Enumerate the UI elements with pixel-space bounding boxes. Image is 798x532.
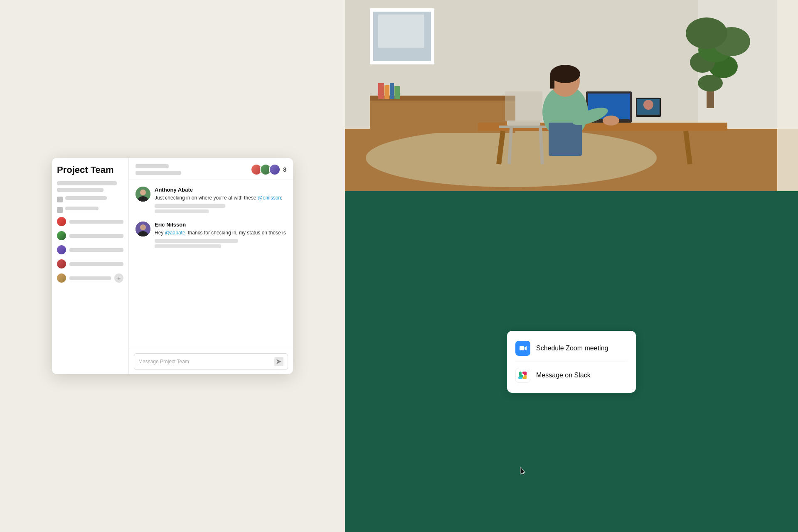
header-ph-2 [135,171,181,175]
message-author-2: Eric Nilsson [155,222,286,228]
sidebar-text-1 [69,220,123,224]
svg-rect-18 [394,86,400,99]
svg-point-43 [686,17,727,49]
message-1: Anthony Abate Just checking in on where … [135,187,286,213]
action-card: Schedule Zoom meeting [507,331,636,393]
svg-point-46 [643,100,653,110]
svg-point-1 [140,190,146,195]
sidebar-ph-2 [57,188,103,192]
message-avatar-1 [135,187,150,202]
msg1-ph-1 [155,204,225,208]
svg-rect-29 [505,91,542,121]
green-section: Schedule Zoom meeting [345,191,798,532]
msg1-ph-2 [155,209,209,213]
sidebar-avatar-2 [57,231,66,240]
sidebar-item-2[interactable] [57,230,123,241]
sidebar-text-2 [69,234,123,238]
msg2-ph-1 [155,239,238,243]
svg-point-33 [550,65,580,83]
sidebar-avatar-1 [57,217,66,226]
svg-rect-12 [378,15,424,48]
msg1-mention[interactable]: @enilsson [258,195,281,201]
chat-sidebar: Project Team [52,158,129,374]
svg-rect-31 [549,123,582,156]
room-scene [345,0,798,191]
chat-input-placeholder[interactable]: Message Project Team [138,359,274,365]
svg-rect-53 [522,372,527,374]
left-panel: Project Team [0,0,345,532]
header-ph-1 [135,164,169,168]
zoom-action-item[interactable]: Schedule Zoom meeting [515,335,628,362]
right-panel: Schedule Zoom meeting [345,0,798,532]
sidebar-text-4 [69,262,123,266]
zoom-icon [515,341,530,356]
message-author-1: Anthony Abate [155,187,282,193]
add-member-icon[interactable]: + [114,273,123,283]
msg2-before: Hey [155,230,165,236]
message-text-2: Hey @aabate, thanks for checking in, my … [155,229,286,236]
message-2: Eric Nilsson Hey @aabate, thanks for che… [135,222,286,248]
photo-section [345,0,798,191]
chat-window: Project Team [52,158,293,374]
sidebar-item-4[interactable] [57,259,123,269]
sidebar-avatar-4 [57,259,66,268]
svg-line-28 [540,128,542,164]
svg-rect-17 [390,83,394,99]
zoom-svg [518,344,527,353]
folder-icon [57,197,63,202]
svg-point-4 [140,224,146,230]
svg-rect-16 [384,85,389,99]
sidebar-item-5[interactable]: + [57,273,123,283]
svg-point-36 [603,116,619,126]
sidebar-section-2 [57,207,123,213]
message-content-1: Anthony Abate Just checking in on where … [155,187,282,213]
member-count: 8 [283,166,286,173]
slack-action-item[interactable]: Message on Slack [515,362,628,389]
msg2-ph-2 [155,244,221,248]
header-avatars: 8 [251,164,286,175]
slack-svg [517,369,529,381]
send-button[interactable] [274,357,283,366]
header-avatar-3 [269,164,281,175]
sidebar-ph-3 [65,196,107,200]
send-icon [276,359,281,364]
chat-input-box[interactable]: Message Project Team [134,353,288,370]
message-avatar-2 [135,222,150,236]
svg-line-27 [509,128,511,164]
msg2-after: , thanks for checking in, my status on t… [185,230,286,236]
svg-rect-34 [550,74,554,89]
svg-rect-26 [499,126,549,128]
msg1-before: Just checking in on where you're at with… [155,195,258,201]
cursor-icon [520,467,528,476]
msg2-mention[interactable]: @aabate [165,230,185,236]
sidebar-ph-4 [65,207,99,210]
chat-input-area: Message Project Team [129,349,293,374]
sidebar-item-1[interactable] [57,216,123,227]
slack-icon [515,368,530,383]
sidebar-ph-1 [57,181,117,185]
message-text-1: Just checking in on where you're at with… [155,194,282,202]
svg-rect-47 [777,0,798,191]
sidebar-avatar-5 [57,273,66,283]
sidebar-section-1 [57,196,123,202]
slack-label: Message on Slack [536,372,591,379]
message-content-2: Eric Nilsson Hey @aabate, thanks for che… [155,222,286,248]
sidebar-text-3 [69,248,123,252]
msg1-after: : [281,195,282,201]
chat-header: 8 [129,158,293,180]
sidebar-item-3[interactable] [57,244,123,255]
zoom-label: Schedule Zoom meeting [536,345,608,352]
svg-rect-15 [378,83,384,99]
sidebar-text-5 [69,276,111,280]
header-placeholders [135,164,181,175]
sidebar-avatar-3 [57,245,66,254]
svg-rect-58 [518,377,522,379]
folder-icon-2 [57,207,63,213]
chat-messages: Anthony Abate Just checking in on where … [129,180,293,349]
chat-title: Project Team [57,165,123,175]
svg-rect-55 [522,377,527,379]
svg-rect-49 [520,346,524,350]
chat-main: 8 Anthony Abate [129,158,293,374]
